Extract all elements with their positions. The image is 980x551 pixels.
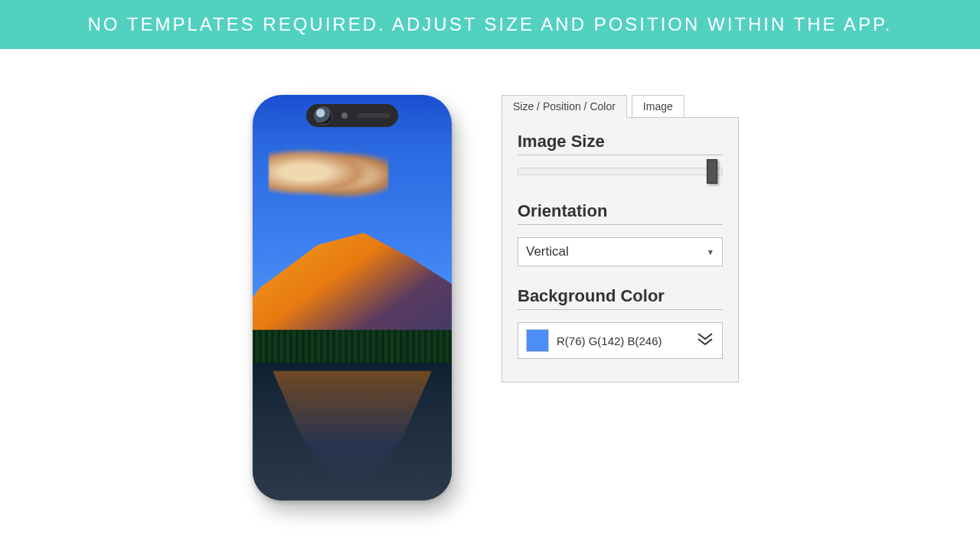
tab-size-position-color[interactable]: Size / Position / Color	[501, 95, 627, 118]
phone-case-mockup[interactable]	[253, 95, 452, 500]
section-title-bgcolor: Background Color	[518, 286, 723, 310]
settings-panel-wrap: Size / Position / Color Image Image Size…	[501, 95, 739, 383]
image-size-slider[interactable]	[518, 168, 723, 175]
tab-label: Size / Position / Color	[513, 100, 616, 112]
section-title-orientation: Orientation	[518, 201, 723, 225]
orientation-value: Vertical	[526, 244, 569, 259]
preview-cloud	[269, 144, 388, 201]
chevron-down-icon: ▼	[707, 248, 714, 256]
section-title-image-size: Image Size	[518, 132, 723, 155]
color-swatch	[526, 329, 549, 352]
sensor-dot-icon	[341, 112, 348, 119]
promo-banner: NO TEMPLATES REQUIRED. ADJUST SIZE AND P…	[0, 0, 980, 49]
speaker-slot-icon	[357, 113, 390, 118]
phone-camera-bar	[306, 104, 398, 127]
main-content: Size / Position / Color Image Image Size…	[0, 49, 980, 500]
tab-label: Image	[643, 100, 673, 112]
orientation-select[interactable]: Vertical ▼	[518, 237, 723, 266]
double-chevron-down-icon	[696, 332, 714, 349]
tab-bar: Size / Position / Color Image	[501, 95, 739, 117]
banner-text: NO TEMPLATES REQUIRED. ADJUST SIZE AND P…	[88, 14, 893, 35]
product-preview	[241, 95, 463, 500]
settings-panel: Image Size Orientation Vertical ▼ Backgr…	[501, 117, 739, 383]
camera-lens-icon	[314, 106, 332, 125]
tab-image[interactable]: Image	[632, 95, 684, 118]
color-value-label: R(76) G(142) B(246)	[557, 334, 688, 347]
slider-thumb[interactable]	[707, 159, 717, 184]
bgcolor-picker[interactable]: R(76) G(142) B(246)	[518, 322, 723, 359]
